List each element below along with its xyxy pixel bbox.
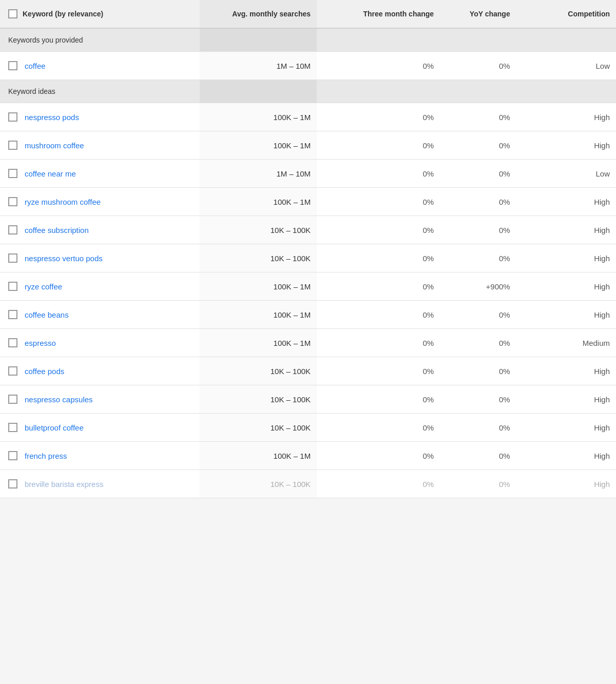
keyword-cell-1-9: coffee pods [0,357,200,385]
col-header-yoy: YoY change [440,0,516,28]
keyword-cell-1-10: nespresso capsules [0,385,200,414]
three-month-cell-1-9: 0% [317,357,440,385]
three-month-cell-1-13: 0% [317,470,440,498]
keyword-cell-1-1: mushroom coffee [0,131,200,160]
avg-cell-1-3: 100K – 1M [200,188,317,216]
competition-cell-1-9: High [516,357,616,385]
yoy-cell-1-5: 0% [440,244,516,272]
yoy-cell-1-4: 0% [440,216,516,244]
row-checkbox-1-1[interactable] [8,141,17,150]
three-month-cell-1-5: 0% [317,244,440,272]
row-checkbox-1-12[interactable] [8,451,17,460]
section-competition-cell [516,28,616,52]
avg-cell-1-13: 10K – 100K [200,470,317,498]
section-three-month-cell [317,80,440,103]
row-checkbox-1-13[interactable] [8,479,17,488]
yoy-cell-1-11: 0% [440,414,516,442]
row-checkbox-1-5[interactable] [8,253,17,263]
table-row: ryze coffee 100K – 1M 0% +900% High [0,272,616,301]
three-month-cell-1-7: 0% [317,301,440,329]
table-row: french press 100K – 1M 0% 0% High [0,442,616,470]
table-row: coffee subscription 10K – 100K 0% 0% Hig… [0,216,616,244]
row-checkbox-1-0[interactable] [8,112,17,122]
avg-cell-1-8: 100K – 1M [200,329,317,357]
competition-cell-1-12: High [516,442,616,470]
keyword-cell-1-7: coffee beans [0,301,200,329]
keyword-text-1-9[interactable]: coffee pods [25,367,64,376]
yoy-cell-1-3: 0% [440,188,516,216]
row-checkbox-1-11[interactable] [8,423,17,432]
avg-cell-1-1: 100K – 1M [200,131,317,160]
table-row: mushroom coffee 100K – 1M 0% 0% High [0,131,616,160]
keyword-text-1-3[interactable]: ryze mushroom coffee [25,198,101,206]
table-row: coffee pods 10K – 100K 0% 0% High [0,357,616,385]
keyword-cell-1-2: coffee near me [0,160,200,188]
section-yoy-cell [440,28,516,52]
row-checkbox-1-6[interactable] [8,282,17,291]
keyword-text-1-13[interactable]: breville barista express [25,480,103,488]
table-row: bulletproof coffee 10K – 100K 0% 0% High [0,414,616,442]
table-header-row: Keyword (by relevance) Avg. monthly sear… [0,0,616,28]
col-header-competition: Competition [516,0,616,28]
competition-cell-1-1: High [516,131,616,160]
keyword-text-1-7[interactable]: coffee beans [25,310,69,319]
keyword-cell-1-6: ryze coffee [0,272,200,301]
keyword-text-1-12[interactable]: french press [25,452,67,460]
keyword-text-1-0[interactable]: nespresso pods [25,113,79,122]
yoy-cell-1-10: 0% [440,385,516,414]
row-checkbox-0-0[interactable] [8,61,17,70]
keyword-cell-1-12: french press [0,442,200,470]
table-row: coffee near me 1M – 10M 0% 0% Low [0,160,616,188]
section-label: Keywords you provided [0,28,200,52]
row-checkbox-1-9[interactable] [8,366,17,376]
section-label: Keyword ideas [0,80,200,103]
three-month-cell-1-8: 0% [317,329,440,357]
row-checkbox-1-10[interactable] [8,395,17,404]
competition-cell-1-5: High [516,244,616,272]
table-row: coffee 1M – 10M 0% 0% Low [0,52,616,80]
three-month-cell-1-6: 0% [317,272,440,301]
keyword-cell-0-0: coffee [0,52,200,80]
keyword-table-container: Keyword (by relevance) Avg. monthly sear… [0,0,616,498]
yoy-cell-1-1: 0% [440,131,516,160]
select-all-checkbox[interactable] [8,9,17,18]
section-row-1: Keyword ideas [0,80,616,103]
keyword-text-1-10[interactable]: nespresso capsules [25,395,93,404]
keyword-text-1-1[interactable]: mushroom coffee [25,141,84,150]
yoy-cell-1-12: 0% [440,442,516,470]
col-header-avg: Avg. monthly searches [200,0,317,28]
three-month-cell-1-3: 0% [317,188,440,216]
three-month-cell-1-11: 0% [317,414,440,442]
yoy-cell-1-6: +900% [440,272,516,301]
row-checkbox-1-3[interactable] [8,197,17,206]
table-row: espresso 100K – 1M 0% 0% Medium [0,329,616,357]
row-checkbox-1-4[interactable] [8,225,17,234]
avg-cell-1-6: 100K – 1M [200,272,317,301]
keyword-text-1-4[interactable]: coffee subscription [25,226,89,234]
keyword-text-1-5[interactable]: nespresso vertuo pods [25,254,103,263]
keyword-text-1-11[interactable]: bulletproof coffee [25,423,84,432]
keyword-text-0-0[interactable]: coffee [25,62,46,70]
table-row: nespresso vertuo pods 10K – 100K 0% 0% H… [0,244,616,272]
three-month-cell-1-1: 0% [317,131,440,160]
avg-cell-1-10: 10K – 100K [200,385,317,414]
avg-cell-1-11: 10K – 100K [200,414,317,442]
competition-cell-1-3: High [516,188,616,216]
keyword-text-1-8[interactable]: espresso [25,339,56,347]
keyword-text-1-6[interactable]: ryze coffee [25,282,62,291]
competition-cell-0-0: Low [516,52,616,80]
keyword-cell-1-8: espresso [0,329,200,357]
section-competition-cell [516,80,616,103]
keyword-text-1-2[interactable]: coffee near me [25,169,76,178]
row-checkbox-1-2[interactable] [8,169,17,178]
row-checkbox-1-7[interactable] [8,310,17,319]
competition-cell-1-0: High [516,103,616,131]
three-month-cell-0-0: 0% [317,52,440,80]
col-header-three-month: Three month change [317,0,440,28]
competition-cell-1-4: High [516,216,616,244]
table-row: breville barista express 10K – 100K 0% 0… [0,470,616,498]
avg-cell-1-2: 1M – 10M [200,160,317,188]
row-checkbox-1-8[interactable] [8,338,17,347]
competition-cell-1-7: High [516,301,616,329]
table-row: coffee beans 100K – 1M 0% 0% High [0,301,616,329]
